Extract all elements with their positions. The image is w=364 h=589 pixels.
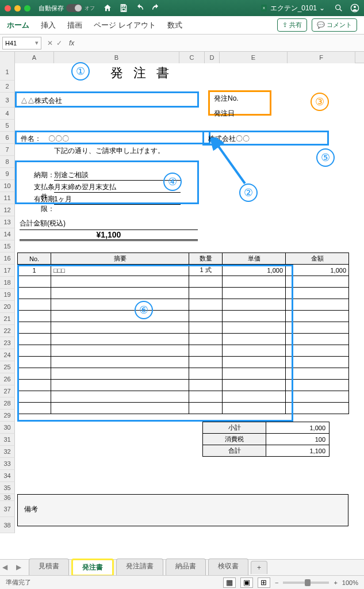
row-header-12[interactable]: 12: [0, 204, 15, 216]
row-header-37[interactable]: 37: [0, 501, 15, 517]
sheet-nav-next[interactable]: ▶: [16, 563, 25, 572]
autosave-toggle[interactable]: 自動保存 オフ: [39, 4, 95, 13]
row-header-36[interactable]: 36: [0, 494, 15, 501]
row-header-32[interactable]: 32: [0, 446, 15, 458]
row-header-31[interactable]: 31: [0, 434, 15, 446]
close-window-button[interactable]: [5, 5, 11, 12]
filename-area[interactable]: X エクテン_0101 ⌄: [260, 3, 325, 13]
row-header-11[interactable]: 11: [0, 192, 15, 204]
maximize-window-button[interactable]: [24, 5, 30, 12]
zoom-slider[interactable]: [283, 582, 329, 584]
ribbon-tab-home[interactable]: ホーム: [7, 20, 29, 30]
row-header-28[interactable]: 28: [0, 397, 15, 410]
status-ready: 準備完了: [6, 578, 31, 587]
share-button[interactable]: ⇪共有: [277, 18, 307, 32]
search-icon[interactable]: [334, 3, 343, 13]
name-box[interactable]: H41▾: [2, 37, 41, 49]
fx-label[interactable]: fx: [66, 39, 78, 47]
row-header-34[interactable]: 34: [0, 470, 15, 482]
worksheet[interactable]: ABCDEF 123456789101112131415161718192021…: [0, 52, 364, 564]
sheet-tab-4[interactable]: 検収書: [208, 559, 248, 576]
row-header-27[interactable]: 27: [0, 385, 15, 397]
minimize-window-button[interactable]: [14, 5, 21, 12]
comment-button[interactable]: 💬コメント: [312, 18, 357, 32]
zoom-out-button[interactable]: −: [275, 579, 278, 586]
view-pagebreak-button[interactable]: ⊞: [258, 577, 270, 588]
note-line: 下記の通り、ご請求申し上げます。: [54, 146, 164, 156]
select-all-corner[interactable]: [0, 52, 15, 63]
svg-point-4: [354, 6, 356, 8]
column-header-E[interactable]: E: [220, 52, 288, 63]
remarks-label: 備考: [24, 504, 38, 514]
redo-icon[interactable]: [151, 3, 160, 13]
undo-icon[interactable]: [135, 3, 144, 13]
view-pagelayout-button[interactable]: ▣: [240, 577, 253, 588]
column-header-A[interactable]: A: [15, 52, 54, 63]
row-header-17[interactable]: 17: [0, 265, 15, 277]
chevron-down-icon[interactable]: ⌄: [319, 4, 325, 12]
user-icon[interactable]: [350, 3, 359, 13]
row-header-29[interactable]: 29: [0, 410, 15, 422]
row-header-21[interactable]: 21: [0, 313, 15, 325]
row-header-20[interactable]: 20: [0, 301, 15, 313]
ribbon-tab-layout[interactable]: ページ レイアウト: [94, 20, 156, 30]
row-header-25[interactable]: 25: [0, 361, 15, 373]
table-header-2: 数量: [189, 253, 223, 265]
column-header-D[interactable]: D: [205, 52, 220, 63]
home-icon[interactable]: [103, 3, 112, 13]
row-header-13[interactable]: 13: [0, 216, 15, 228]
row-header-1[interactable]: 1: [0, 63, 15, 81]
row-header-3[interactable]: 3: [0, 93, 15, 108]
term-label-2: 有効期限：: [23, 194, 55, 214]
ribbon-tab-formula[interactable]: 数式: [167, 20, 182, 30]
row-header-18[interactable]: 18: [0, 277, 15, 289]
ribbon-tabs: ホーム 挿入 描画 ページ レイアウト 数式 ⇪共有 💬コメント: [0, 16, 364, 35]
zoom-in-button[interactable]: +: [334, 579, 337, 586]
term-label-0: 納期：: [23, 170, 55, 180]
row-header-26[interactable]: 26: [0, 373, 15, 385]
row-header-9[interactable]: 9: [0, 168, 15, 180]
share-icon: ⇪: [282, 21, 288, 29]
row-header-19[interactable]: 19: [0, 289, 15, 301]
total-row-value: 1,100: [266, 445, 329, 457]
column-header-B[interactable]: B: [54, 52, 179, 63]
svg-line-5: [216, 143, 245, 183]
filename-text: エクテン_0101: [270, 3, 317, 13]
row-header-35[interactable]: 35: [0, 482, 15, 494]
sheet-nav-prev[interactable]: ◀: [2, 563, 12, 572]
row-header-15[interactable]: 15: [0, 240, 15, 253]
toggle-switch[interactable]: [66, 4, 82, 12]
sheet-tab-3[interactable]: 納品書: [166, 559, 206, 576]
ribbon-tab-insert[interactable]: 挿入: [41, 20, 56, 30]
column-header-C[interactable]: C: [179, 52, 205, 63]
row-header-2[interactable]: 2: [0, 81, 15, 93]
annotation-2: ②: [239, 183, 258, 202]
row-header-14[interactable]: 14: [0, 228, 15, 240]
annotation-4: ④: [163, 173, 182, 191]
row-header-5[interactable]: 5: [0, 120, 15, 132]
row-header-8[interactable]: 8: [0, 156, 15, 168]
row-header-16[interactable]: 16: [0, 253, 15, 265]
row-header-22[interactable]: 22: [0, 325, 15, 337]
accept-formula-icon[interactable]: ✓: [56, 39, 62, 47]
sheet-tab-0[interactable]: 見積書: [29, 559, 69, 576]
row-header-30[interactable]: 30: [0, 422, 15, 434]
save-icon[interactable]: [119, 3, 128, 13]
row-header-33[interactable]: 33: [0, 458, 15, 470]
row-header-6[interactable]: 6: [0, 132, 15, 144]
formula-input[interactable]: [78, 37, 364, 49]
add-sheet-button[interactable]: +: [251, 561, 267, 574]
view-normal-button[interactable]: ▦: [223, 577, 236, 588]
row-header-24[interactable]: 24: [0, 349, 15, 361]
row-header-38[interactable]: 38: [0, 517, 15, 533]
ribbon-tab-draw[interactable]: 描画: [67, 20, 82, 30]
sheet-tab-2[interactable]: 発注請書: [116, 559, 163, 576]
sheet-tab-1[interactable]: 発注書: [71, 559, 114, 576]
row-header-10[interactable]: 10: [0, 180, 15, 192]
column-header-F[interactable]: F: [288, 52, 355, 63]
row-header-7[interactable]: 7: [0, 144, 15, 156]
cancel-formula-icon[interactable]: ✕: [47, 39, 53, 47]
row-header-23[interactable]: 23: [0, 337, 15, 349]
row-header-4[interactable]: 4: [0, 108, 15, 120]
window-controls: [5, 5, 30, 12]
